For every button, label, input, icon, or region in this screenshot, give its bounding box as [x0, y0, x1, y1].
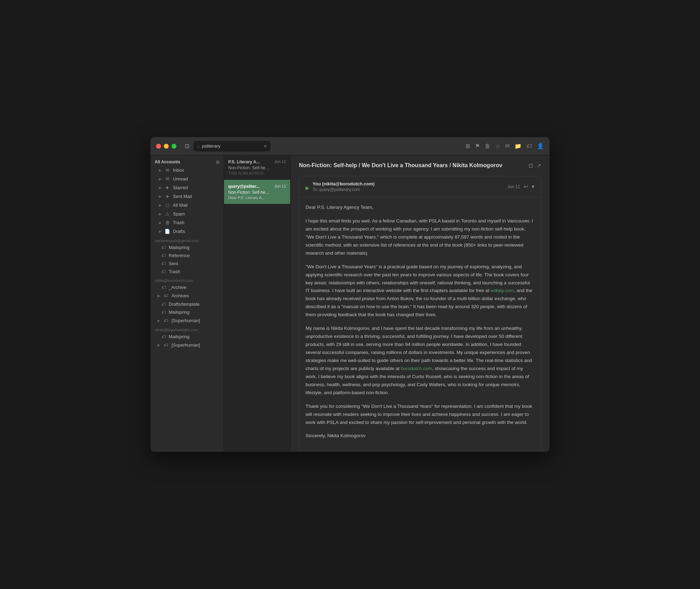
all-accounts-label: All Accounts [155, 159, 180, 164]
sent-arrow: ▶ [159, 194, 162, 198]
email-2-date: Jun 11 [274, 184, 286, 189]
sidebar-item-superhuman-1[interactable]: ▶ 🏷 [Superhuman] [152, 316, 222, 325]
message-to: To: query@psliterary.com [313, 187, 504, 192]
tag-label-sent-1: Sent [169, 261, 178, 266]
tag-label-trash-1: Trash [169, 269, 180, 274]
tag-mailspring-1[interactable]: 🏷 Mailspring [152, 243, 222, 251]
drafts-arrow: ▶ [159, 229, 162, 233]
tag-mailspring-3[interactable]: 🏷 Mailspring [152, 333, 222, 341]
email-1-date: Jun 11 [274, 159, 286, 164]
tag-icon-reference: 🏷 [162, 253, 166, 258]
superhuman-1-icon: 🏷 [163, 318, 169, 323]
email-2-subject: Non-Fiction: Self-he... [228, 190, 286, 195]
all-accounts-icon: ◎ [216, 159, 219, 164]
archives-label: Archives [172, 293, 218, 298]
superhuman-1-arrow: ▶ [158, 319, 160, 322]
tag-icon-sent-1: 🏷 [162, 261, 166, 266]
message-avatar-arrow: ▶ [306, 185, 309, 189]
email-detail-header: Non-Fiction: Self-help / We Don't Live a… [299, 162, 541, 169]
external-link-icon[interactable]: ↗ [537, 162, 541, 169]
drafts-label: Drafts [173, 229, 218, 234]
sent-icon: ➤ [164, 194, 170, 199]
reply-icon[interactable]: ↩ [524, 183, 528, 190]
allmail-label: All Mail [173, 203, 218, 208]
expand-icon[interactable]: ▾ [532, 183, 534, 190]
sidebar-item-drafts[interactable]: ▶ 📄 Drafts [152, 227, 222, 236]
sidebar-item-inbox[interactable]: ▶ ✉ Inbox [152, 166, 222, 175]
trash-label: Trash [173, 220, 218, 225]
tag-label-archive: _Archive [169, 285, 187, 290]
tag-icon-trash-1: 🏷 [162, 269, 166, 274]
mail-icon[interactable]: ✉ [505, 143, 510, 149]
tag-trash-1[interactable]: 🏷 Trash [152, 268, 222, 276]
spam-label: Spam [173, 211, 218, 217]
archive-icon[interactable]: ⊠ [465, 143, 470, 149]
search-input[interactable] [202, 143, 261, 149]
sidebar-item-sent[interactable]: ▶ ➤ Sent Mail [152, 192, 222, 201]
maximize-button[interactable] [172, 144, 176, 149]
tag-icon-drafts-template: 🏷 [162, 302, 166, 307]
starred-icon: ★ [164, 185, 170, 190]
account-bigwhalelabs: nikita@bigwhalelabs.com [150, 325, 224, 333]
email-1-sender: P.S. Literary A... Jun 11 [228, 159, 286, 164]
email-list: P.S. Literary A... Jun 11 Non-Fiction: S… [224, 155, 290, 452]
message-date: Jun 11 [507, 184, 520, 189]
body-greeting: Dear P.S. Literary Agency Team, [306, 204, 534, 212]
superhuman-2-arrow: ▶ [158, 343, 160, 347]
tag-label-reference: Reference [169, 253, 190, 258]
sidebar-item-unread[interactable]: ▶ ✉ Unread [152, 175, 222, 183]
email-list-item-1[interactable]: P.S. Literary A... Jun 11 Non-Fiction: S… [224, 155, 290, 180]
inbox-icon: ✉ [164, 168, 170, 173]
email-message: ▶ You (nikita@borodutch.com) To: query@p… [299, 176, 541, 452]
email-2-sender: query@psliter... Jun 11 [228, 184, 286, 189]
allmail-arrow: ▶ [159, 203, 162, 207]
sidebar-item-spam[interactable]: ▶ ⚠ Spam [152, 210, 222, 218]
sidebar-item-archives[interactable]: ▶ 🏷 Archives [152, 291, 222, 300]
starred-label: Starred [173, 185, 218, 190]
clear-search-button[interactable]: ✕ [264, 144, 267, 149]
tag-label-drafts-template: Drafts/template [169, 301, 200, 307]
email-list-item-2[interactable]: query@psliter... Jun 11 Non-Fiction: Sel… [224, 180, 290, 204]
close-button[interactable] [156, 144, 161, 149]
tag-archive[interactable]: 🏷 _Archive [152, 283, 222, 291]
toolbar-right: ⊠ ⚑ 🗑 ☆ ✉ 📁 🏷 👤 [465, 143, 544, 149]
all-accounts-header[interactable]: All Accounts ◎ [150, 158, 224, 166]
superhuman-1-label: [Superhuman] [172, 318, 218, 323]
unread-icon: ✉ [164, 176, 170, 182]
traffic-lights [156, 144, 176, 149]
flag-icon[interactable]: ⚑ [475, 143, 480, 149]
minimize-button[interactable] [164, 144, 169, 149]
inbox-arrow: ▶ [159, 168, 162, 172]
email-1-preview: THIS IS AN AUTO R... [228, 171, 286, 175]
sent-label: Sent Mail [173, 194, 218, 199]
tag-reference[interactable]: 🏷 Reference [152, 251, 222, 260]
tag-mailspring-2[interactable]: 🏷 Mailspring [152, 308, 222, 316]
archives-icon: 🏷 [163, 293, 169, 298]
compose-button[interactable]: ⊡ [185, 143, 189, 149]
email-1-subject: Non-Fiction: Self-he... [228, 165, 286, 170]
tag-icon[interactable]: 🏷 [526, 143, 532, 149]
email-subject: Non-Fiction: Self-help / We Don't Live a… [299, 162, 528, 169]
search-bar[interactable]: ⌕ ✕ [194, 141, 271, 151]
trash-icon[interactable]: 🗑 [485, 143, 490, 149]
trash-icon: 🗑 [164, 220, 170, 225]
person-icon[interactable]: 👤 [537, 143, 544, 149]
tag-sent-1[interactable]: 🏷 Sent [152, 260, 222, 268]
borodutch-link[interactable]: borodutch.com [401, 366, 432, 371]
allmail-icon: ◻ [164, 203, 170, 208]
wdlaty-link[interactable]: wdlaty.com [491, 288, 514, 293]
drafts-icon: 📄 [164, 229, 170, 234]
inbox-label: Inbox [173, 168, 218, 173]
star-icon[interactable]: ☆ [495, 143, 500, 149]
print-icon[interactable]: ⊡ [528, 162, 533, 169]
message-from-info: You (nikita@borodutch.com) To: query@psl… [313, 181, 504, 192]
body-para-2: "We Don't Live a Thousand Years" is a pr… [306, 263, 534, 319]
folder-icon[interactable]: 📁 [514, 143, 522, 149]
message-from: You (nikita@borodutch.com) [313, 181, 504, 186]
tag-icon-mailspring-3: 🏷 [162, 334, 166, 339]
sidebar-item-allmail[interactable]: ▶ ◻ All Mail [152, 201, 222, 210]
tag-drafts-template[interactable]: 🏷 Drafts/template [152, 300, 222, 308]
sidebar-item-superhuman-2[interactable]: ▶ 🏷 [Superhuman] [152, 341, 222, 349]
sidebar-item-starred[interactable]: ▶ ★ Starred [152, 183, 222, 192]
sidebar-item-trash[interactable]: ▶ 🗑 Trash [152, 218, 222, 227]
